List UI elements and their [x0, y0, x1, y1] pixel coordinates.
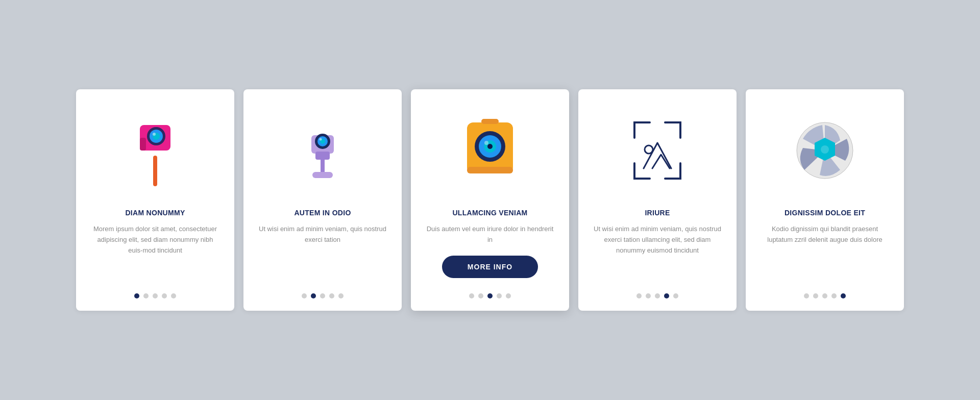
dot-4	[841, 293, 846, 298]
card-3-dots	[469, 288, 511, 298]
dot-1	[478, 293, 483, 298]
card-4-title: IRIURE	[645, 209, 670, 217]
svg-rect-22	[481, 119, 499, 124]
card-1-text: Morem ipsum dolor sit amet, consectetuer…	[90, 224, 220, 278]
card-3-text: Duis autem vel eum iriure dolor in hendr…	[425, 224, 555, 245]
card-1-icon	[90, 105, 220, 196]
card-1-title: DIAM NONUMMY	[125, 209, 185, 217]
card-1: DIAM NONUMMY Morem ipsum dolor sit amet,…	[76, 89, 234, 311]
svg-point-26	[821, 145, 829, 154]
card-2-dots	[302, 288, 344, 298]
card-2-icon	[258, 105, 387, 196]
dot-0	[134, 293, 139, 298]
card-3-title: ULLAMCING VENIAM	[452, 209, 527, 217]
svg-rect-2	[140, 138, 146, 151]
card-4-dots	[636, 288, 678, 298]
card-2-title: AUTEM IN ODIO	[294, 209, 351, 217]
dot-0	[469, 293, 474, 298]
dot-2	[320, 293, 325, 298]
dot-1	[813, 293, 818, 298]
svg-point-21	[484, 141, 488, 145]
dot-2	[822, 293, 827, 298]
dot-4	[673, 293, 678, 298]
svg-rect-10	[315, 152, 330, 160]
dot-1	[311, 293, 316, 298]
cards-container: DIAM NONUMMY Morem ipsum dolor sit amet,…	[45, 69, 935, 331]
dot-0	[636, 293, 642, 298]
dot-3	[162, 293, 167, 298]
dot-4	[506, 293, 511, 298]
card-5-title: DIGNISSIM DOLOE EIT	[785, 209, 865, 217]
dot-3	[329, 293, 334, 298]
svg-rect-8	[312, 172, 333, 178]
card-4: IRIURE Ut wisi enim ad minim veniam, qui…	[578, 89, 737, 311]
dot-1	[143, 293, 149, 298]
card-2-text: Ut wisi enim ad minim veniam, quis nostr…	[258, 224, 387, 278]
dot-0	[804, 293, 809, 298]
dot-2	[153, 293, 158, 298]
card-4-icon	[593, 105, 722, 196]
dot-4	[338, 293, 344, 298]
card-3-icon	[425, 105, 555, 196]
svg-point-14	[320, 138, 322, 141]
card-5-dots	[804, 288, 846, 298]
svg-point-20	[487, 144, 493, 149]
dot-0	[302, 293, 307, 298]
dot-1	[646, 293, 651, 298]
more-info-button[interactable]: MORE INFO	[442, 256, 538, 278]
svg-rect-0	[153, 156, 157, 186]
card-4-text: Ut wisi enim ad minim veniam, quis nostr…	[593, 224, 722, 278]
dot-3	[664, 293, 669, 298]
card-1-dots	[134, 288, 176, 298]
card-5-icon	[760, 105, 890, 196]
card-5: DIGNISSIM DOLOE EIT Kodio dignissim qui …	[746, 89, 904, 311]
card-3: ULLAMCING VENIAM Duis autem vel eum iriu…	[411, 89, 569, 311]
dot-2	[487, 293, 493, 298]
dot-3	[497, 293, 502, 298]
dot-3	[831, 293, 837, 298]
card-2: AUTEM IN ODIO Ut wisi enim ad minim veni…	[243, 89, 402, 311]
card-5-text: Kodio dignissim qui blandit praesent lup…	[760, 224, 890, 278]
svg-point-23	[645, 145, 653, 154]
dot-4	[171, 293, 176, 298]
svg-point-6	[153, 133, 156, 136]
svg-rect-16	[467, 167, 513, 173]
dot-2	[655, 293, 660, 298]
